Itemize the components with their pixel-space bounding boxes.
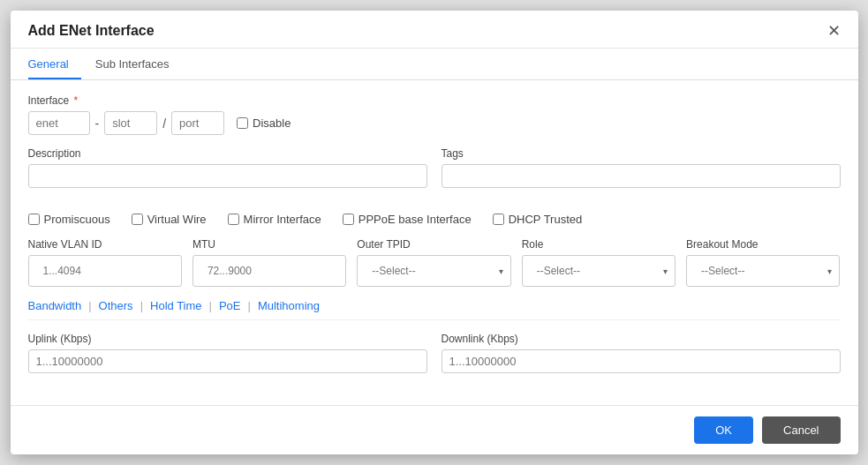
promiscuous-checkbox[interactable] — [28, 214, 40, 225]
outer-tpid-group: Outer TPID ▾ — [357, 238, 510, 287]
mirror-interface-checkbox-label[interactable]: Mirror Interface — [228, 213, 321, 226]
pppoe-base-checkbox-label[interactable]: PPPoE base Interface — [343, 213, 472, 226]
virtual-wire-checkbox-label[interactable]: Virtual Wire — [132, 213, 207, 226]
outer-tpid-arrow-icon: ▾ — [499, 266, 503, 276]
dialog-header: Add ENet Interface ✕ — [11, 11, 858, 49]
breakout-mode-select[interactable]: ▾ — [686, 255, 840, 287]
link-sep-2: | — [140, 299, 143, 312]
breakout-mode-arrow-icon: ▾ — [827, 266, 832, 276]
role-label: Role — [522, 238, 676, 251]
uplink-input[interactable] — [28, 349, 427, 373]
others-link[interactable]: Others — [99, 299, 133, 312]
native-vlan-id-label: Native VLAN ID — [28, 238, 182, 251]
mtu-label: MTU — [192, 238, 346, 251]
disable-checkbox[interactable] — [237, 117, 248, 129]
description-tags-row: Description Tags — [28, 147, 841, 200]
promiscuous-checkbox-label[interactable]: Promiscuous — [28, 213, 110, 226]
dash-separator: - — [95, 116, 100, 131]
mirror-interface-checkbox[interactable] — [228, 214, 239, 225]
description-label: Description — [28, 147, 427, 160]
required-indicator: * — [74, 94, 79, 107]
cancel-button[interactable]: Cancel — [762, 416, 840, 444]
bandwidth-row: Uplink (Kbps) Downlink (Kbps) — [28, 333, 841, 373]
tabs-bar: General Sub Interfaces — [11, 49, 858, 80]
dhcp-trusted-checkbox-label[interactable]: DHCP Trusted — [493, 213, 583, 226]
tags-field-group: Tags — [442, 147, 841, 188]
outer-tpid-select[interactable]: ▾ — [357, 255, 510, 287]
disable-checkbox-label[interactable]: Disable — [237, 116, 291, 130]
native-vlan-id-input[interactable] — [36, 260, 174, 281]
role-arrow-icon: ▾ — [663, 266, 668, 276]
dialog-title: Add ENet Interface — [28, 23, 155, 39]
uplink-group: Uplink (Kbps) — [28, 333, 427, 373]
tab-sub-interfaces[interactable]: Sub Interfaces — [95, 49, 182, 79]
breakout-mode-input — [694, 260, 827, 281]
ok-button[interactable]: OK — [694, 416, 753, 444]
add-enet-interface-dialog: Add ENet Interface ✕ General Sub Interfa… — [11, 11, 858, 454]
interface-input-row: - / Disable — [28, 111, 841, 135]
poe-link[interactable]: PoE — [219, 299, 241, 312]
bandwidth-link[interactable]: Bandwidth — [28, 299, 82, 312]
multihoming-link[interactable]: Multihoming — [258, 299, 320, 312]
checkboxes-row: Promiscuous Virtual Wire Mirror Interfac… — [28, 213, 841, 226]
downlink-label: Downlink (Kbps) — [442, 333, 841, 345]
link-sep-3: | — [209, 299, 212, 312]
dhcp-trusted-checkbox[interactable] — [493, 214, 504, 225]
mtu-input-wrapper[interactable] — [192, 255, 346, 287]
tab-general[interactable]: General — [28, 49, 81, 79]
downlink-input[interactable] — [442, 349, 841, 373]
description-input[interactable] — [28, 164, 427, 188]
close-button[interactable]: ✕ — [827, 23, 841, 39]
interface-label: Interface * — [28, 94, 841, 107]
uplink-label: Uplink (Kbps) — [28, 333, 427, 345]
native-vlan-id-group: Native VLAN ID — [28, 238, 182, 287]
dialog-body: Interface * - / Disable Description — [11, 80, 858, 405]
pppoe-base-checkbox[interactable] — [343, 214, 354, 225]
outer-tpid-input — [365, 260, 498, 281]
downlink-group: Downlink (Kbps) — [442, 333, 841, 373]
slash-separator: / — [162, 116, 166, 131]
role-group: Role ▾ — [522, 238, 676, 287]
link-sep-4: | — [248, 299, 251, 312]
breakout-mode-label: Breakout Mode — [686, 238, 840, 251]
description-field-group: Description — [28, 147, 427, 188]
breakout-mode-group: Breakout Mode ▾ — [686, 238, 840, 287]
role-input — [530, 260, 663, 281]
tags-label: Tags — [442, 147, 841, 160]
sub-section-links-row: Bandwidth | Others | Hold Time | PoE | M… — [28, 299, 841, 320]
link-sep-1: | — [88, 299, 91, 312]
enet-input[interactable] — [28, 111, 90, 135]
dialog-footer: OK Cancel — [11, 405, 858, 454]
port-input[interactable] — [171, 111, 224, 135]
mtu-input[interactable] — [200, 260, 338, 281]
slot-input[interactable] — [104, 111, 157, 135]
interface-field-group: Interface * - / Disable — [28, 94, 841, 135]
native-vlan-id-input-wrapper[interactable] — [28, 255, 182, 287]
virtual-wire-checkbox[interactable] — [132, 214, 143, 225]
tags-input[interactable] — [442, 164, 841, 188]
mtu-group: MTU — [192, 238, 346, 287]
role-select[interactable]: ▾ — [522, 255, 676, 287]
hold-time-link[interactable]: Hold Time — [150, 299, 202, 312]
dropdowns-row: Native VLAN ID MTU Outer TPID ▾ — [28, 238, 841, 287]
outer-tpid-label: Outer TPID — [357, 238, 510, 251]
